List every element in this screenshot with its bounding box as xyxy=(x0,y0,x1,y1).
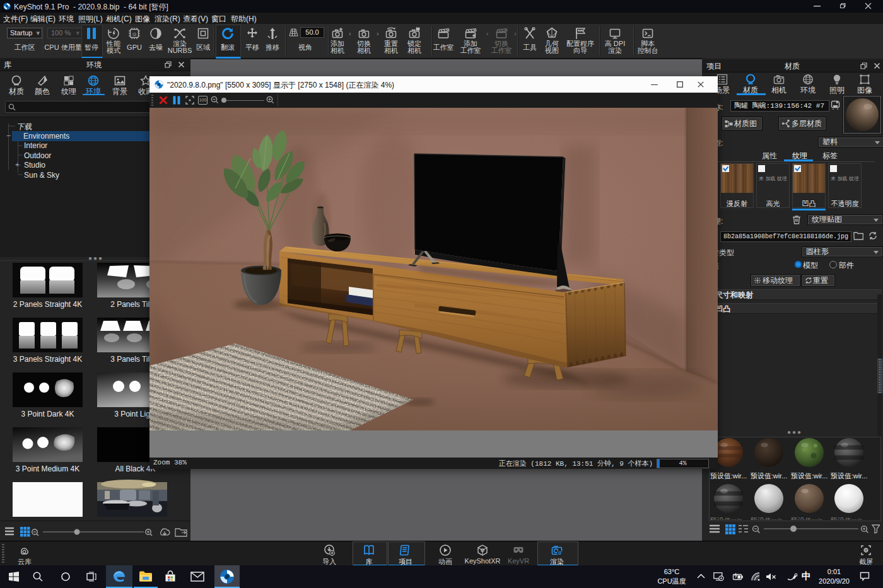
svg-text:G: G xyxy=(132,32,136,37)
